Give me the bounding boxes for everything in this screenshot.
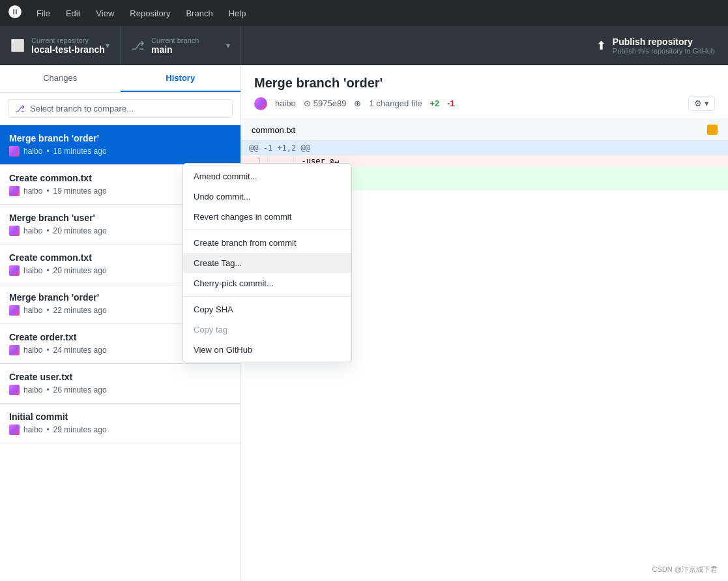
current-branch-label: Current branch [151,37,199,44]
additions-count: +2 [430,98,439,108]
commit-time: 26 minutes ago [53,385,107,395]
current-branch-button[interactable]: ⎇ Current branch main ▾ [121,26,241,65]
commit-title: Merge branch 'order' [9,133,231,143]
footer-text: CSDN @汴京城下君 [652,565,718,573]
sidebar-tabs: Changes History [0,65,240,93]
branch-compare-placeholder: Select branch to compare... [30,104,134,113]
publish-repo-button[interactable]: ⬆ Publish repository Publish this reposi… [583,26,728,65]
commit-separator: • [46,147,49,156]
author-name: haibo [275,98,296,108]
context-menu-amend[interactable]: Amend commit... [183,166,351,186]
commit-item[interactable]: Initial commit haibo • 29 minutes ago [0,404,240,443]
commit-author: haibo [23,226,42,235]
footer: CSDN @汴京城下君 [652,565,718,574]
avatar [9,425,20,435]
sha-value: 5975e89 [313,98,347,108]
commit-author: haibo [23,266,42,275]
branch-compare-icon: ⎇ [15,104,25,113]
commit-title: Initial commit [9,411,231,422]
sha-badge: ⊙ 5975e89 [304,98,347,108]
context-menu-view-github[interactable]: View on GitHub [183,340,351,360]
context-menu-revert[interactable]: Revert changes in commit [183,207,351,227]
context-menu-cherry-pick[interactable]: Cherry-pick commit... [183,273,351,293]
app-logo [8,5,22,22]
menu-view[interactable]: View [89,6,121,21]
menu-branch[interactable]: Branch [179,6,219,21]
commit-title: Create user.txt [9,372,231,382]
commit-meta: haibo • 26 minutes ago [9,385,231,395]
diff-file-icon [707,125,718,135]
publish-title: Publish repository [613,37,715,47]
branch-icon: ⎇ [131,38,145,53]
toolbar: ⬜ Current repository local-test-branch ▾… [0,26,728,65]
commit-author: haibo [23,346,42,355]
commit-time: 18 minutes ago [53,147,107,156]
avatar [9,226,20,236]
content-header: Merge branch 'order' haibo ⊙ 5975e89 ⊕ 1… [241,65,728,119]
changed-files-count: 1 changed file [369,98,422,108]
context-menu-copy-tag: Copy tag [183,320,351,340]
diff-hunk-row: @@ -1 +1,2 @@ [241,141,728,155]
current-repo-label: Current repository [31,37,105,44]
avatar [9,305,20,316]
commit-author: haibo [23,186,42,196]
publish-subtitle: Publish this repository to GitHub [613,47,715,55]
commit-author: haibo [23,147,42,156]
commit-time: 24 minutes ago [53,346,107,355]
commit-time: 20 minutes ago [53,226,107,235]
plus-icon: ⊕ [354,98,361,108]
current-repo-value: local-test-branch [31,44,105,55]
context-menu-divider-2 [183,296,351,297]
diff-line-code: +user [293,167,728,179]
commit-time: 29 minutes ago [53,425,107,434]
commit-time: 19 minutes ago [53,186,107,196]
avatar [9,345,20,355]
commit-author: haibo [23,306,42,315]
context-menu-divider [183,230,351,230]
menu-repository[interactable]: Repository [123,6,177,21]
branch-compare-button[interactable]: ⎇ Select branch to compare... [8,99,233,118]
commit-item[interactable]: Merge branch 'order' haibo • 18 minutes … [0,125,240,165]
gear-icon: ⚙ [694,98,702,108]
author-avatar [254,97,267,110]
deletions-count: -1 [447,98,455,108]
commit-meta: haibo • 29 minutes ago [9,425,231,435]
commit-author: haibo [23,425,42,434]
context-menu-create-branch[interactable]: Create branch from commit [183,233,351,253]
context-menu-copy-sha[interactable]: Copy SHA [183,299,351,320]
diff-line-code: +order ⊘↵ [293,179,728,190]
avatar [9,385,20,395]
commit-time: 22 minutes ago [53,306,107,315]
menu-bar: File Edit View Repository Branch Help [0,0,728,26]
publish-icon: ⬆ [596,38,606,53]
current-branch-caret: ▾ [226,41,230,50]
diff-hunk-header: @@ -1 +1,2 @@ [241,141,728,155]
current-repo-caret: ▾ [106,41,109,50]
branch-compare-section: ⎇ Select branch to compare... [0,93,240,125]
current-repo-button[interactable]: ⬜ Current repository local-test-branch ▾ [0,26,121,65]
tab-history[interactable]: History [121,65,241,92]
current-branch-value: main [151,44,199,55]
menu-edit[interactable]: Edit [59,6,87,21]
commit-icon: ⊙ [304,98,311,108]
context-menu: Amend commit... Undo commit... Revert ch… [182,163,352,363]
repo-icon: ⬜ [10,38,25,53]
commit-time: 20 minutes ago [53,266,107,275]
commit-detail-meta: haibo ⊙ 5975e89 ⊕ 1 changed file +2 -1 ⚙… [254,96,715,111]
avatar [9,146,20,156]
commit-item[interactable]: Create user.txt haibo • 26 minutes ago [0,364,240,404]
diff-file-header: common.txt [241,119,728,141]
context-menu-create-tag[interactable]: Create Tag... [183,253,351,273]
context-menu-undo[interactable]: Undo commit... [183,186,351,207]
settings-button[interactable]: ⚙ ▾ [688,96,715,111]
tab-changes[interactable]: Changes [0,65,121,92]
avatar [9,186,20,196]
main-layout: Changes History ⎇ Select branch to compa… [0,65,728,581]
menu-file[interactable]: File [30,6,57,21]
commit-detail-title: Merge branch 'order' [254,76,715,91]
avatar [9,265,20,276]
menu-help[interactable]: Help [222,6,253,21]
commit-author: haibo [23,385,42,395]
diff-line-code: -user ⊘↵ [293,155,728,167]
diff-file-name: common.txt [252,125,295,135]
